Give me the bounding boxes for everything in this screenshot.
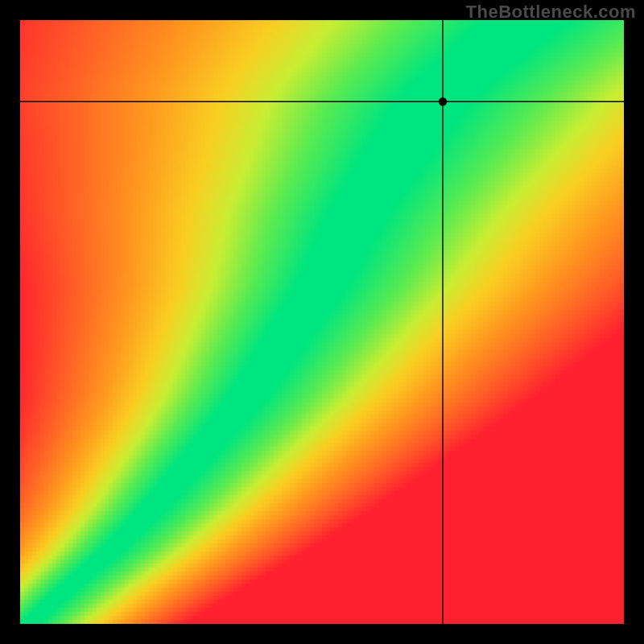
chart-container: TheBottleneck.com (0, 0, 644, 644)
heatmap-plot (20, 20, 624, 624)
watermark-label: TheBottleneck.com (466, 2, 636, 23)
heatmap-canvas (20, 20, 624, 624)
